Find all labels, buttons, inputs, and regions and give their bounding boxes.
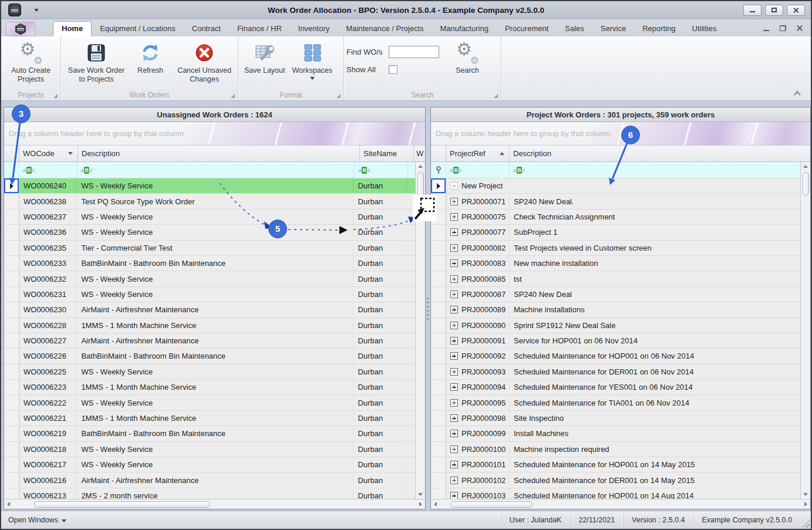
row-indicator[interactable] — [431, 318, 446, 333]
work-order-row[interactable]: WO0006236 WS - Weekly Service Durban — [4, 225, 415, 240]
expand-plus-icon[interactable] — [450, 399, 458, 407]
description-cell[interactable] — [510, 178, 800, 193]
scroll-right-button[interactable] — [416, 500, 425, 509]
row-indicator[interactable] — [431, 194, 446, 208]
sitename-cell[interactable]: Durban — [353, 411, 407, 426]
work-order-row[interactable]: WO0006223 1MMS - 1 Month Machine Service… — [4, 380, 415, 395]
ribbon-tab[interactable]: Inventory — [290, 21, 338, 36]
project-row[interactable]: PRJ0000082 Test Projects viewed in Custo… — [431, 241, 800, 256]
filter-cell-projectref[interactable]: aBc — [446, 162, 510, 178]
wocode-cell[interactable]: WO0006232 — [19, 271, 77, 286]
dialog-launcher-icon[interactable] — [53, 94, 58, 98]
vertical-scroll-thumb[interactable] — [417, 172, 424, 199]
left-vertical-scrollbar[interactable] — [415, 162, 425, 499]
sitename-cell[interactable]: Durban — [353, 426, 407, 441]
sitename-cell[interactable]: Durban — [353, 472, 407, 487]
work-order-row[interactable]: WO0006231 WS - Weekly Service Durban — [4, 287, 415, 302]
left-horizontal-scrollbar[interactable] — [4, 499, 425, 509]
sitename-cell[interactable]: Durban — [353, 395, 407, 410]
ribbon-tab[interactable]: Manufacturing — [432, 21, 497, 36]
wocode-cell[interactable]: WO0006216 — [19, 472, 77, 487]
description-cell[interactable]: SP240 New Deal — [510, 287, 800, 302]
wocode-cell[interactable]: WO0006228 — [19, 318, 77, 333]
projectref-cell[interactable]: PRJ0000087 — [446, 287, 510, 302]
projectref-cell[interactable]: PRJ0000095 — [446, 395, 510, 410]
wocode-cell[interactable]: WO0006237 — [19, 210, 77, 224]
ribbon-tab[interactable]: Reporting — [634, 21, 683, 36]
sitename-cell[interactable]: Durban — [353, 241, 407, 255]
expand-plus-icon[interactable] — [450, 445, 458, 453]
description-cell[interactable]: BathBinMaint - Bathroom Bin Maintenance — [77, 256, 353, 271]
row-indicator[interactable] — [4, 395, 19, 410]
scroll-left-button[interactable] — [4, 500, 13, 509]
row-indicator[interactable] — [431, 411, 446, 426]
row-indicator[interactable] — [431, 287, 446, 302]
maximize-button[interactable] — [765, 5, 783, 16]
project-row[interactable]: PRJ0000077 SubProject 1 — [431, 225, 800, 240]
row-indicator[interactable] — [431, 472, 446, 487]
mdi-minimize-button[interactable] — [763, 25, 769, 31]
scroll-up-button[interactable] — [801, 162, 810, 171]
projectref-cell[interactable]: PRJ0000077 — [446, 225, 510, 239]
vertical-scroll-thumb[interactable] — [803, 172, 809, 195]
description-cell[interactable]: Test PQ Source Type Work Order — [77, 194, 353, 208]
expand-plus-icon[interactable] — [450, 477, 458, 484]
right-group-by-box[interactable]: Drag a column header here to group by th… — [431, 122, 810, 146]
row-indicator[interactable] — [431, 256, 446, 271]
project-row[interactable]: PRJ0000101 Scheduled Maintenance for HOP… — [431, 457, 800, 472]
sitename-cell[interactable]: Durban — [353, 457, 407, 472]
ribbon-tab[interactable]: Equipment / Locations — [92, 21, 184, 36]
column-header-partial[interactable]: W — [414, 146, 425, 161]
scroll-down-button[interactable] — [416, 490, 425, 499]
scroll-left-button[interactable] — [431, 500, 440, 509]
expand-plus-icon[interactable] — [450, 383, 458, 391]
row-indicator[interactable] — [4, 194, 19, 208]
wocode-cell[interactable]: WO0006222 — [19, 395, 77, 410]
row-indicator[interactable] — [4, 380, 19, 394]
description-cell[interactable]: Machine installations — [510, 302, 800, 317]
description-cell[interactable]: Site Inspectino — [510, 411, 800, 426]
row-indicator[interactable] — [4, 349, 19, 363]
row-indicator[interactable] — [4, 302, 19, 317]
description-cell[interactable]: Check Technician Assignment — [510, 210, 800, 224]
project-row[interactable]: PRJ0000099 Install Machines — [431, 426, 800, 441]
description-cell[interactable]: Machine inspection required — [510, 442, 800, 457]
description-cell[interactable]: WS - Weekly Service — [77, 271, 353, 286]
description-cell[interactable]: Service for HOP001 on 06 Nov 2014 — [510, 333, 800, 348]
sitename-cell[interactable]: Durban — [353, 488, 407, 499]
expand-plus-icon[interactable] — [450, 228, 458, 236]
expand-plus-icon[interactable] — [450, 430, 458, 437]
projectref-cell[interactable]: PRJ0000071 — [446, 194, 510, 208]
projectref-cell[interactable]: PRJ0000098 — [446, 411, 510, 426]
row-indicator[interactable] — [431, 488, 446, 499]
refresh-button[interactable]: Refresh — [129, 40, 171, 76]
description-cell[interactable]: Test Projects viewed in Customer screen — [510, 241, 800, 255]
row-indicator[interactable] — [4, 472, 19, 487]
open-windows-dropdown[interactable]: Open Windows — [1, 516, 73, 524]
sitename-cell[interactable]: Durban — [353, 380, 407, 394]
description-cell[interactable]: 1MMS - 1 Month Machine Service — [77, 380, 353, 394]
column-header-description[interactable]: Description — [78, 146, 360, 161]
row-indicator[interactable] — [431, 271, 446, 286]
project-row[interactable]: PRJ0000092 Scheduled Maintenance for HOP… — [431, 349, 800, 364]
project-row[interactable]: PRJ0000089 Machine installations — [431, 302, 800, 318]
wocode-cell[interactable]: WO0006223 — [19, 380, 77, 394]
row-indicator[interactable] — [431, 426, 446, 441]
work-order-row[interactable]: WO0006221 1MMS - 1 Month Machine Service… — [4, 411, 415, 426]
right-horizontal-scrollbar[interactable] — [431, 499, 810, 509]
dialog-launcher-icon[interactable] — [494, 94, 498, 98]
auto-create-projects-button[interactable]: ⚙⚙ Auto Create Projects — [4, 40, 58, 85]
project-row[interactable]: PRJ0000075 Check Technician Assignment — [431, 210, 800, 225]
expand-plus-icon[interactable] — [450, 368, 458, 376]
wocode-cell[interactable]: WO0006219 — [19, 426, 77, 441]
expand-plus-icon[interactable] — [450, 182, 458, 190]
expand-plus-icon[interactable] — [450, 213, 458, 221]
sitename-cell[interactable]: Durban — [353, 225, 407, 239]
row-indicator[interactable] — [4, 271, 19, 286]
ribbon-tab[interactable]: Home — [53, 21, 92, 36]
sitename-cell[interactable]: Durban — [353, 271, 407, 286]
description-cell[interactable]: 1MMS - 1 Month Machine Service — [77, 411, 353, 426]
right-vertical-scrollbar[interactable] — [800, 162, 810, 499]
search-button[interactable]: ⚙⚙ Search — [446, 40, 488, 76]
wocode-cell[interactable]: WO0006235 — [19, 241, 77, 255]
